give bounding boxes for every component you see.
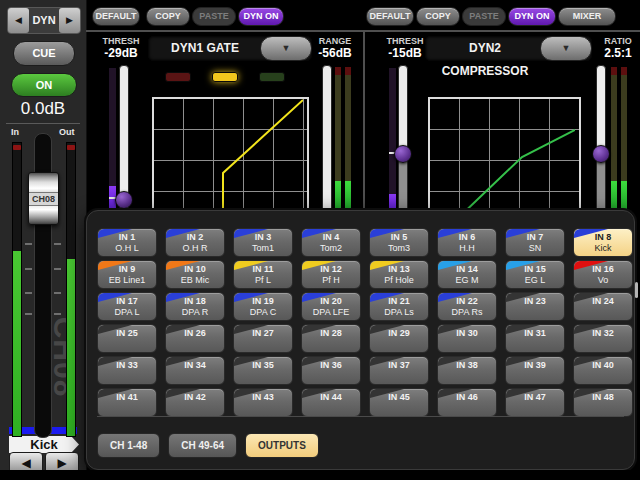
channel-button-in-9[interactable]: IN 9EB Line1 — [97, 260, 157, 289]
dyn1-copy-button[interactable]: COPY — [146, 7, 190, 26]
dyn2-dropdown-button[interactable]: ▼ — [540, 36, 592, 61]
channel-button-in-7[interactable]: IN 7SN — [505, 228, 565, 257]
channel-button-in-2[interactable]: IN 2O.H R — [165, 228, 225, 257]
dyn2-thresh-knob[interactable] — [394, 145, 412, 163]
channel-id: IN 25 — [98, 325, 156, 339]
channel-button-in-10[interactable]: IN 10EB Mic — [165, 260, 225, 289]
dyn1-thresh-knob[interactable] — [115, 191, 133, 209]
channel-button-in-43[interactable]: IN 43 — [233, 388, 293, 417]
dyn1-default-button[interactable]: DEFAULT — [92, 7, 140, 26]
channel-button-in-15[interactable]: IN 15EG L — [505, 260, 565, 289]
channel-button-in-40[interactable]: IN 40 — [573, 356, 633, 385]
channel-button-in-36[interactable]: IN 36 — [301, 356, 361, 385]
channel-button-in-38[interactable]: IN 38 — [437, 356, 497, 385]
channel-button-in-22[interactable]: IN 22DPA Rs — [437, 292, 497, 321]
channel-button-in-18[interactable]: IN 18DPA R — [165, 292, 225, 321]
channel-button-in-47[interactable]: IN 47 — [505, 388, 565, 417]
channel-button-in-26[interactable]: IN 26 — [165, 324, 225, 353]
view-nav-control: ◀ DYN ▶ — [7, 7, 81, 34]
dyn2-output-meter-r — [620, 66, 628, 212]
dyn2-ratio-knob[interactable] — [592, 145, 610, 163]
dyn2-on-button[interactable]: DYN ON — [508, 7, 556, 26]
overlay-divider — [97, 416, 624, 417]
dyn2-paste-button[interactable]: PASTE — [462, 7, 506, 26]
channel-strip-sidebar: ◀ DYN ▶ CUE ON 0.0dB In Out CH08 CH08 — [0, 0, 87, 470]
channel-name-label: Kick — [9, 436, 79, 453]
channel-button-in-6[interactable]: IN 6H.H — [437, 228, 497, 257]
channel-on-button[interactable]: ON — [11, 73, 77, 97]
channel-button-in-41[interactable]: IN 41 — [97, 388, 157, 417]
bank-tab-outputs[interactable]: OUTPUTS — [245, 433, 319, 458]
channel-button-in-33[interactable]: IN 33 — [97, 356, 157, 385]
channel-button-in-21[interactable]: IN 21DPA Ls — [369, 292, 429, 321]
fader-cap[interactable]: CH08 — [28, 172, 59, 225]
channel-button-in-23[interactable]: IN 23 — [505, 292, 565, 321]
channel-button-in-27[interactable]: IN 27 — [233, 324, 293, 353]
channel-button-in-30[interactable]: IN 30 — [437, 324, 497, 353]
dyn1-thresh-slider[interactable] — [119, 65, 129, 212]
channel-button-in-12[interactable]: IN 12Pf H — [301, 260, 361, 289]
channel-button-in-19[interactable]: IN 19DPA C — [233, 292, 293, 321]
channel-name: H.H — [438, 243, 496, 254]
channel-button-in-20[interactable]: IN 20DPA LFE — [301, 292, 361, 321]
channel-button-in-31[interactable]: IN 31 — [505, 324, 565, 353]
channel-button-in-8[interactable]: IN 8Kick — [573, 228, 633, 257]
channel-button-in-14[interactable]: IN 14EG M — [437, 260, 497, 289]
section-divider — [363, 32, 365, 210]
channel-name: EB Line1 — [98, 275, 156, 286]
dyn2-ratio-slider[interactable] — [596, 65, 606, 212]
dyn2-meter-level-r — [621, 181, 627, 211]
channel-button-in-13[interactable]: IN 13Pf Hole — [369, 260, 429, 289]
dyn2-copy-button[interactable]: COPY — [416, 7, 460, 26]
bank-tab-ch-1-48[interactable]: CH 1-48 — [97, 433, 160, 458]
channel-button-in-4[interactable]: IN 4Tom2 — [301, 228, 361, 257]
channel-id: IN 18 — [166, 293, 224, 307]
dyn1-range-value: -56dB — [312, 46, 358, 60]
channel-id: IN 20 — [302, 293, 360, 307]
channel-button-in-48[interactable]: IN 48 — [573, 388, 633, 417]
view-next-arrow-icon[interactable]: ▶ — [59, 8, 80, 33]
gate-led-green — [259, 72, 285, 82]
channel-id: IN 17 — [98, 293, 156, 307]
channel-button-in-25[interactable]: IN 25 — [97, 324, 157, 353]
channel-button-in-39[interactable]: IN 39 — [505, 356, 565, 385]
channel-button-in-16[interactable]: IN 16Vo — [573, 260, 633, 289]
channel-button-in-29[interactable]: IN 29 — [369, 324, 429, 353]
dyn2-gr-level — [389, 194, 396, 211]
overlay-scrollbar[interactable] — [635, 282, 638, 298]
dyn1-paste-button[interactable]: PASTE — [192, 7, 236, 26]
channel-id: IN 8 — [574, 229, 632, 243]
channel-button-in-5[interactable]: IN 5Tom3 — [369, 228, 429, 257]
channel-id: IN 34 — [166, 357, 224, 371]
channel-button-in-1[interactable]: IN 1O.H L — [97, 228, 157, 257]
channel-button-in-3[interactable]: IN 3Tom1 — [233, 228, 293, 257]
dyn2-output-meter-l — [610, 66, 618, 212]
bank-tab-ch-49-64[interactable]: CH 49-64 — [168, 433, 237, 458]
channel-name: DPA LFE — [302, 307, 360, 318]
dyn2-default-button[interactable]: DEFAULT — [366, 7, 414, 26]
channel-id: IN 23 — [506, 293, 564, 307]
channel-button-in-37[interactable]: IN 37 — [369, 356, 429, 385]
channel-id: IN 2 — [166, 229, 224, 243]
channel-button-in-24[interactable]: IN 24 — [573, 292, 633, 321]
dyn2-thresh-slider[interactable] — [398, 65, 408, 212]
dyn1-output-meter-l — [334, 66, 342, 212]
channel-button-in-44[interactable]: IN 44 — [301, 388, 361, 417]
cue-button[interactable]: CUE — [13, 41, 75, 66]
channel-button-in-28[interactable]: IN 28 — [301, 324, 361, 353]
channel-button-in-34[interactable]: IN 34 — [165, 356, 225, 385]
dyn1-range-slider[interactable] — [322, 65, 332, 212]
channel-button-in-42[interactable]: IN 42 — [165, 388, 225, 417]
channel-button-in-46[interactable]: IN 46 — [437, 388, 497, 417]
channel-button-in-45[interactable]: IN 45 — [369, 388, 429, 417]
channel-button-in-32[interactable]: IN 32 — [573, 324, 633, 353]
channel-button-in-17[interactable]: IN 17DPA L — [97, 292, 157, 321]
dyn1-dropdown-button[interactable]: ▼ — [260, 36, 312, 61]
channel-name: DPA L — [98, 307, 156, 318]
channel-button-in-35[interactable]: IN 35 — [233, 356, 293, 385]
channel-name: EG L — [506, 275, 564, 286]
channel-button-in-11[interactable]: IN 11Pf L — [233, 260, 293, 289]
view-prev-arrow-icon[interactable]: ◀ — [8, 8, 29, 33]
mixer-button[interactable]: MIXER — [558, 7, 616, 26]
dyn1-on-button[interactable]: DYN ON — [238, 7, 284, 26]
